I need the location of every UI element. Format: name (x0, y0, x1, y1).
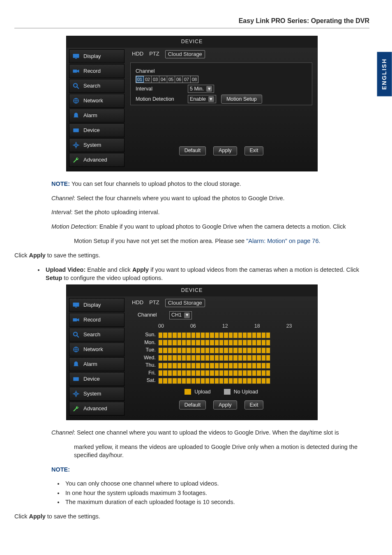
tab-hdd[interactable]: HDD (132, 50, 143, 58)
motion-setup-button[interactable]: Motion Setup (221, 95, 262, 104)
schedule-cell[interactable] (191, 378, 196, 384)
interval-select[interactable]: 5 Min. ▾ (188, 85, 214, 93)
schedule-cell[interactable] (196, 340, 200, 346)
schedule-cell[interactable] (247, 340, 251, 346)
schedule-cell[interactable] (210, 355, 214, 361)
exit-button[interactable]: Exit (244, 146, 264, 155)
schedule-cell[interactable] (228, 355, 233, 361)
schedule-cell[interactable] (196, 332, 200, 338)
schedule-cell[interactable] (205, 347, 210, 354)
schedule-cell[interactable] (177, 347, 182, 354)
schedule-cell[interactable] (163, 370, 167, 376)
schedule-cell[interactable] (168, 378, 172, 384)
tab-ptz[interactable]: PTZ (149, 50, 159, 58)
schedule-cell[interactable] (252, 370, 256, 376)
tab-cloud-storage[interactable]: Cloud Storage (165, 299, 205, 307)
schedule-cell[interactable] (210, 363, 214, 369)
schedule-cell[interactable] (182, 347, 186, 354)
schedule-cell[interactable] (158, 332, 163, 338)
schedule-cell[interactable] (163, 347, 167, 354)
schedule-cell[interactable] (186, 370, 191, 376)
schedule-cell[interactable] (172, 363, 177, 369)
schedule-cell[interactable] (168, 363, 172, 369)
schedule-cell[interactable] (177, 355, 182, 361)
schedule-cell[interactable] (242, 355, 247, 361)
schedule-cell[interactable] (163, 378, 167, 384)
schedule-cell[interactable] (158, 347, 163, 354)
schedule-cell[interactable] (233, 332, 238, 338)
schedule-cell[interactable] (168, 355, 172, 361)
schedule-cell[interactable] (163, 340, 167, 346)
schedule-cell[interactable] (224, 332, 228, 338)
schedule-cell[interactable] (186, 355, 191, 361)
schedule-cell[interactable] (182, 363, 186, 369)
schedule-cell[interactable] (172, 332, 177, 338)
schedule-cell[interactable] (228, 340, 233, 346)
schedule-cell[interactable] (163, 355, 167, 361)
schedule-cell[interactable] (266, 370, 270, 376)
schedule-cell[interactable] (242, 347, 247, 354)
schedule-cell[interactable] (266, 332, 270, 338)
schedule-cell[interactable] (182, 370, 186, 376)
schedule-cell[interactable] (158, 340, 163, 346)
schedule-cell[interactable] (247, 355, 251, 361)
schedule-cell[interactable] (247, 347, 251, 354)
apply-button[interactable]: Apply (213, 400, 237, 409)
schedule-cell[interactable] (177, 340, 182, 346)
schedule-cell[interactable] (210, 378, 214, 384)
schedule-cell[interactable] (177, 332, 182, 338)
schedule-cell[interactable] (214, 340, 219, 346)
channel-cell[interactable]: 06 (175, 76, 183, 83)
schedule-cell[interactable] (172, 355, 177, 361)
schedule-cell[interactable] (242, 370, 247, 376)
schedule-cell[interactable] (247, 370, 251, 376)
schedule-cell[interactable] (266, 355, 270, 361)
channel-grid[interactable]: 01 02 03 04 05 06 07 08 (136, 76, 198, 83)
schedule-cell[interactable] (228, 363, 233, 369)
schedule-cell[interactable] (196, 363, 200, 369)
schedule-cell[interactable] (201, 378, 205, 384)
schedule-cell[interactable] (158, 355, 163, 361)
schedule-cell[interactable] (238, 340, 242, 346)
schedule-cell[interactable] (238, 370, 242, 376)
schedule-cell[interactable] (205, 340, 210, 346)
schedule-cell[interactable] (256, 355, 261, 361)
sidebar-item-network[interactable]: Network (69, 94, 125, 108)
schedule-cell[interactable] (238, 378, 242, 384)
sidebar-item-record[interactable]: Record (69, 64, 125, 78)
schedule-cell[interactable] (228, 378, 233, 384)
schedule-cell[interactable] (224, 347, 228, 354)
sidebar-item-device[interactable]: Device (69, 372, 125, 386)
schedule-cell[interactable] (266, 340, 270, 346)
channel-cell[interactable]: 04 (159, 76, 167, 83)
schedule-cell[interactable] (261, 340, 266, 346)
channel-cell[interactable]: 07 (183, 76, 191, 83)
tab-cloud-storage[interactable]: Cloud Storage (165, 50, 205, 58)
schedule-cell[interactable] (177, 370, 182, 376)
schedule-cell[interactable] (214, 347, 219, 354)
sidebar-item-alarm[interactable]: Alarm (69, 109, 125, 123)
schedule-cell[interactable] (191, 340, 196, 346)
schedule-cell[interactable] (210, 332, 214, 338)
schedule-cell[interactable] (256, 347, 261, 354)
schedule-cell[interactable] (247, 378, 251, 384)
schedule-cell[interactable] (219, 363, 224, 369)
channel-cell[interactable]: 05 (167, 76, 175, 83)
tab-ptz[interactable]: PTZ (149, 299, 159, 307)
schedule-cell[interactable] (196, 370, 200, 376)
schedule-cell[interactable] (191, 347, 196, 354)
schedule-cell[interactable] (172, 340, 177, 346)
schedule-cell[interactable] (205, 378, 210, 384)
schedule-cell[interactable] (242, 378, 247, 384)
sidebar-item-system[interactable]: System (69, 387, 125, 401)
schedule-cell[interactable] (182, 332, 186, 338)
sidebar-item-display[interactable]: Display (69, 49, 125, 63)
schedule-cell[interactable] (172, 347, 177, 354)
channel-cell[interactable]: 03 (152, 76, 159, 83)
schedule-cell[interactable] (219, 378, 224, 384)
sidebar-item-search[interactable]: Search (69, 79, 125, 93)
schedule-cell[interactable] (172, 378, 177, 384)
schedule-cell[interactable] (224, 340, 228, 346)
schedule-cell[interactable] (261, 370, 266, 376)
channel-cell[interactable]: 01 (136, 76, 144, 83)
